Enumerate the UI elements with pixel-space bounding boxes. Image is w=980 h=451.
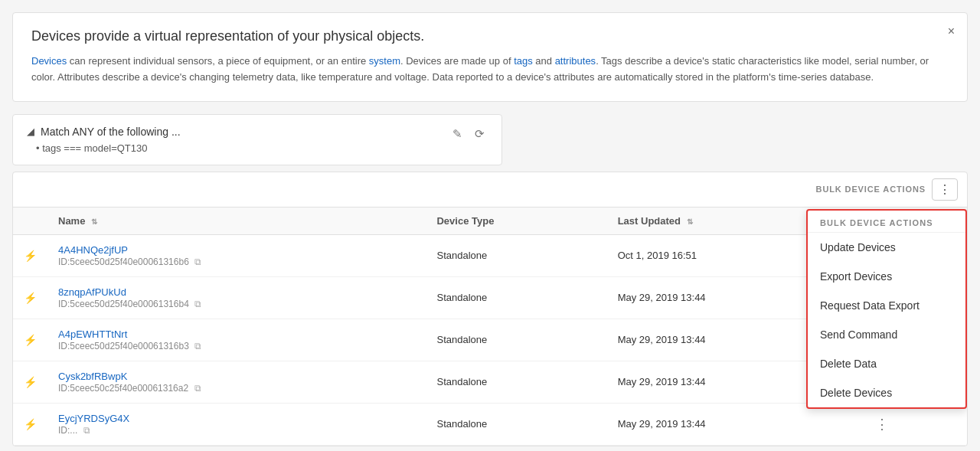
- info-banner: Devices provide a virtual representation…: [12, 12, 968, 102]
- row-more-button-4[interactable]: ⋮: [869, 414, 895, 434]
- filter-title: ◢ Match ANY of the following ...: [27, 126, 181, 138]
- row-last-updated-4: May 29, 2019 13:44: [607, 403, 858, 445]
- device-name-link-3[interactable]: Cysk2bfRBwpK: [58, 371, 127, 382]
- bulk-actions-more-button[interactable]: ⋮: [932, 178, 958, 201]
- row-name-cell-1: 8znqpAfPUkUd ID:5ceec50d25f40e00061316b4…: [47, 276, 426, 319]
- bulk-actions-label: BULK DEVICE ACTIONS: [816, 185, 926, 194]
- wifi-off-icon: ⚡: [24, 418, 37, 430]
- bulk-actions-dropdown: BULK DEVICE ACTIONS Update Devices Expor…: [806, 209, 967, 409]
- filter-content: ◢ Match ANY of the following ... • ID:5c…: [27, 126, 181, 154]
- row-name-cell-3: Cysk2bfRBwpK ID:5ceec50c25f40e00061316a2…: [47, 361, 426, 403]
- wifi-off-icon: ⚡: [24, 334, 37, 346]
- device-id-0: ID:5ceec50d25f40e00061316b6: [58, 257, 189, 267]
- sort-name-icon[interactable]: ⇅: [91, 217, 97, 226]
- row-name-cell-2: A4pEWHTTtNrt ID:5ceec50d25f40e00061316b3…: [47, 319, 426, 361]
- dropdown-item-request-data-export[interactable]: Request Data Export: [808, 291, 965, 320]
- sort-updated-icon[interactable]: ⇅: [687, 217, 693, 226]
- edit-filter-button[interactable]: ✎: [449, 126, 466, 142]
- row-device-icon-2: ⚡: [13, 319, 47, 361]
- row-device-icon-3: ⚡: [13, 361, 47, 403]
- filter-item-1: • ID:5ceec50d25f40e00061316b6tags === mo…: [27, 142, 181, 154]
- dropdown-item-send-command[interactable]: Send Command: [808, 320, 965, 349]
- copy-id-icon-4[interactable]: ⧉: [83, 425, 90, 436]
- device-id-2: ID:5ceec50d25f40e00061316b3: [58, 341, 189, 351]
- table-topbar: BULK DEVICE ACTIONS ⋮ BULK DEVICE ACTION…: [13, 172, 967, 208]
- device-id-1: ID:5ceec50d25f40e00061316b4: [58, 299, 189, 309]
- copy-id-icon-0[interactable]: ⧉: [194, 257, 201, 267]
- filter-icon: ◢: [27, 126, 34, 137]
- dropdown-item-delete-data[interactable]: Delete Data: [808, 349, 965, 378]
- copy-id-icon-1[interactable]: ⧉: [194, 299, 201, 309]
- row-device-type-1: Standalone: [426, 276, 606, 319]
- refresh-filter-button[interactable]: ⟳: [472, 126, 488, 142]
- wifi-off-icon: ⚡: [24, 250, 37, 262]
- row-name-cell-4: EycjYRDSyG4X ID:... ⧉: [47, 403, 426, 445]
- devices-link[interactable]: Devices: [31, 55, 67, 67]
- attributes-link[interactable]: attributes: [555, 55, 596, 67]
- row-device-icon-4: ⚡: [13, 403, 47, 445]
- row-device-type-3: Standalone: [426, 361, 606, 403]
- system-link[interactable]: system: [369, 55, 400, 67]
- filter-title-label: Match ANY of the following ...: [41, 126, 181, 138]
- device-name-link-0[interactable]: 4A4HNQe2jfUP: [58, 244, 128, 256]
- device-id-4: ID:...: [58, 425, 77, 436]
- row-actions-4: ⋮: [858, 403, 967, 445]
- row-device-icon-0: ⚡: [13, 234, 47, 276]
- col-name: Name ⇅: [47, 208, 426, 235]
- table-container: BULK DEVICE ACTIONS ⋮ BULK DEVICE ACTION…: [12, 172, 968, 446]
- device-name-link-2[interactable]: A4pEWHTTtNrt: [58, 328, 127, 340]
- wifi-off-icon: ⚡: [24, 376, 37, 388]
- row-device-type-0: Standalone: [426, 234, 606, 276]
- device-id-3: ID:5ceec50c25f40e00061316a2: [58, 383, 188, 394]
- row-device-type-2: Standalone: [426, 319, 606, 361]
- dropdown-item-update-devices[interactable]: Update Devices: [808, 233, 965, 262]
- col-device-type: Device Type: [426, 208, 606, 235]
- dropdown-item-delete-devices[interactable]: Delete Devices: [808, 378, 965, 407]
- device-name-link-4[interactable]: EycjYRDSyG4X: [58, 413, 129, 424]
- info-banner-heading: Devices provide a virtual representation…: [31, 28, 949, 44]
- row-device-icon-1: ⚡: [13, 276, 47, 319]
- copy-id-icon-2[interactable]: ⧉: [194, 341, 201, 351]
- dropdown-header: BULK DEVICE ACTIONS: [808, 211, 965, 233]
- close-banner-button[interactable]: ×: [945, 22, 958, 41]
- dropdown-item-export-devices[interactable]: Export Devices: [808, 262, 965, 291]
- row-name-cell-0: 4A4HNQe2jfUP ID:5ceec50d25f40e00061316b6…: [47, 234, 426, 276]
- filter-bar: ◢ Match ANY of the following ... • ID:5c…: [12, 114, 502, 165]
- wifi-off-icon: ⚡: [24, 292, 37, 304]
- col-checkbox: [13, 208, 47, 235]
- tags-link[interactable]: tags: [514, 55, 533, 67]
- table-row: ⚡ EycjYRDSyG4X ID:... ⧉ Standalone May 2…: [13, 403, 967, 445]
- row-device-type-4: Standalone: [426, 403, 606, 445]
- device-name-link-1[interactable]: 8znqpAfPUkUd: [58, 286, 126, 298]
- filter-actions: ✎ ⟳: [449, 126, 488, 142]
- copy-id-icon-3[interactable]: ⧉: [194, 383, 201, 394]
- info-banner-body: Devices can represent individual sensors…: [31, 54, 949, 86]
